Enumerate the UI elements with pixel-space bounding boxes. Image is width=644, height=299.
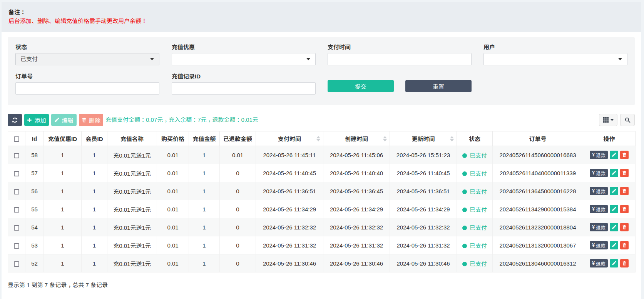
row-select-cell [8, 164, 25, 182]
row-checkbox[interactable] [14, 225, 19, 231]
column-header[interactable]: 更新时间 [390, 131, 457, 146]
cell-member-id: 1 [82, 236, 107, 254]
row-select-cell [8, 146, 25, 164]
row-select-cell [8, 236, 25, 254]
column-header: 操作 [583, 131, 636, 146]
grid-icon [603, 117, 609, 123]
row-delete-button[interactable] [620, 205, 629, 213]
filter-field-pay-time: 支付时间 [328, 44, 472, 65]
row-delete-button[interactable] [620, 259, 629, 267]
refund-button[interactable]: ¥退款 [590, 151, 608, 159]
cell-discount-id: 1 [44, 218, 82, 236]
column-header-label: 充值名称 [120, 136, 144, 142]
refund-button[interactable]: ¥退款 [590, 205, 608, 213]
cell-price: 0.01 [157, 200, 189, 218]
cell-update-time: 2024-05-26 11:30:46 [390, 254, 457, 272]
cell-pay-time: 2024-05-26 11:36:51 [256, 182, 323, 200]
filter-field-status: 状态 已支付 [15, 44, 159, 65]
reset-button[interactable]: 重置 [405, 80, 472, 92]
plus-icon [27, 118, 32, 123]
row-edit-button[interactable] [610, 223, 618, 231]
add-button[interactable]: 添加 [24, 114, 49, 126]
filter-label-user: 用户 [483, 44, 627, 50]
cell-id: 52 [25, 254, 44, 272]
table-row: 5211充0.01元送1元0.01102024-05-26 11:30:4620… [8, 254, 636, 272]
trash-icon [622, 153, 627, 157]
cell-actions: ¥退款 [583, 146, 636, 164]
discount-select[interactable] [172, 53, 316, 65]
row-checkbox[interactable] [14, 171, 19, 176]
column-header-label: Id [32, 135, 37, 142]
status-badge: 已支付 [470, 170, 487, 177]
row-delete-button[interactable] [620, 187, 629, 195]
cell-discount-id: 1 [44, 182, 82, 200]
cell-discount-id: 1 [44, 146, 82, 164]
status-select[interactable]: 已支付 [15, 53, 159, 65]
row-delete-button[interactable] [620, 241, 629, 249]
refund-button-label: 退款 [596, 260, 606, 267]
order-no-input[interactable] [15, 82, 159, 95]
row-checkbox[interactable] [14, 243, 19, 249]
row-checkbox[interactable] [14, 261, 19, 267]
yen-icon: ¥ [592, 188, 595, 194]
row-edit-button[interactable] [610, 151, 618, 159]
cell-status: 已支付 [457, 146, 493, 164]
recharge-id-input[interactable] [172, 82, 316, 95]
cell-name: 充0.01元送1元 [107, 236, 157, 254]
cell-id: 53 [25, 236, 44, 254]
row-checkbox[interactable] [14, 207, 19, 213]
row-select-cell [8, 200, 25, 218]
content-panel: 备注： 后台添加、删除、编辑充值价格需手动更改用户余额！ 状态 已支付 充值优惠… [2, 2, 641, 299]
refund-button[interactable]: ¥退款 [590, 169, 608, 177]
cell-update-time: 2024-05-26 11:36:51 [390, 182, 457, 200]
row-delete-button[interactable] [620, 151, 629, 159]
search-button[interactable] [620, 114, 635, 126]
table-header-row: Id充值优惠ID会员ID充值名称购买价格充值金额已退款金额支付时间创建时间更新时… [8, 131, 636, 146]
column-header[interactable]: 支付时间 [256, 131, 323, 146]
amount-summary: 充值支付金额：0.07元，充入余额：7元，退款金额：0.01元 [105, 114, 258, 126]
table-row: 5711充0.01元送1元0.01102024-05-26 11:40:4520… [8, 164, 636, 182]
sort-icon[interactable] [316, 136, 320, 141]
row-checkbox[interactable] [14, 153, 19, 158]
sort-icon[interactable] [450, 136, 454, 141]
status-dot-icon [462, 208, 467, 212]
cell-create-time: 2024-05-26 11:34:29 [323, 200, 390, 218]
user-select[interactable] [483, 53, 627, 65]
row-delete-button[interactable] [620, 169, 629, 177]
refresh-button[interactable] [8, 114, 22, 126]
cell-actions: ¥退款 [583, 182, 636, 200]
columns-toggle-button[interactable] [599, 114, 617, 126]
cell-update-time: 2024-05-26 11:40:45 [390, 164, 457, 182]
refund-button[interactable]: ¥退款 [590, 223, 608, 231]
refund-button[interactable]: ¥退款 [590, 241, 608, 249]
select-all-checkbox[interactable] [14, 136, 19, 142]
row-edit-button[interactable] [610, 187, 618, 195]
row-edit-button[interactable] [610, 169, 618, 177]
refund-button[interactable]: ¥退款 [590, 187, 608, 195]
cell-id: 54 [25, 218, 44, 236]
cell-price: 0.01 [157, 236, 189, 254]
column-header-label: 会员ID [85, 136, 103, 142]
column-header: 订单号 [493, 131, 583, 146]
cell-update-time: 2024-05-26 11:34:29 [390, 200, 457, 218]
pencil-icon [612, 153, 616, 157]
chevron-down-icon [611, 119, 614, 121]
refund-button[interactable]: ¥退款 [590, 259, 608, 267]
cell-discount-id: 1 [44, 236, 82, 254]
cell-actions: ¥退款 [583, 164, 636, 182]
column-header[interactable]: 创建时间 [323, 131, 390, 146]
cell-status: 已支付 [457, 218, 493, 236]
submit-button[interactable]: 提交 [328, 80, 394, 92]
sort-icon[interactable] [383, 136, 387, 141]
delete-button[interactable]: 删除 [79, 114, 103, 126]
row-edit-button[interactable] [610, 259, 618, 267]
cell-pay-time: 2024-05-26 11:32:32 [256, 218, 323, 236]
cell-price: 0.01 [157, 218, 189, 236]
row-edit-button[interactable] [610, 241, 618, 249]
row-checkbox[interactable] [14, 189, 19, 194]
pay-time-input[interactable] [328, 53, 472, 65]
cell-price: 0.01 [157, 254, 189, 272]
row-delete-button[interactable] [620, 223, 629, 231]
edit-button[interactable]: 编辑 [51, 114, 77, 126]
row-edit-button[interactable] [610, 205, 618, 213]
